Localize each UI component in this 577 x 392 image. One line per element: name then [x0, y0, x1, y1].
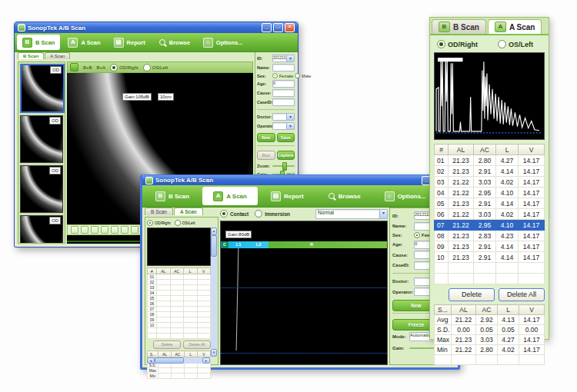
table-row[interactable]: 0121.232.804.2714.17: [435, 155, 545, 166]
table-row[interactable]: 0621.223.034.0214.17: [435, 209, 545, 220]
os-left-radio[interactable]: [175, 220, 181, 226]
chevron-down-icon[interactable]: ▾: [286, 55, 294, 61]
toolbar-bscan-button[interactable]: B B Scan: [145, 187, 200, 205]
toolbar-ascan-button[interactable]: A A Scan: [62, 35, 105, 50]
table-row[interactable]: 10: [148, 323, 211, 328]
delete-all-button[interactable]: Delete All: [183, 341, 211, 349]
table-row[interactable]: 0521.232.914.1414.17: [435, 198, 545, 209]
measure-tool-icon[interactable]: [71, 226, 78, 234]
toolbar-browse-button[interactable]: Browse: [317, 187, 372, 205]
table-row[interactable]: 09: [148, 317, 211, 323]
bscan-thumbnail[interactable]: 1 OD: [20, 64, 65, 113]
maximize-icon[interactable]: □: [273, 23, 283, 32]
contact-radio[interactable]: [220, 210, 228, 218]
os-left-radio[interactable]: [498, 40, 506, 48]
view-ba-label[interactable]: B+A: [97, 65, 106, 70]
table-row[interactable]: 06: [148, 301, 211, 307]
bscan-thumbnail[interactable]: 2 OD: [20, 115, 63, 163]
run-button[interactable]: Run: [257, 151, 275, 160]
doctor-combobox[interactable]: ▾: [272, 113, 295, 121]
delete-button[interactable]: Delete: [449, 288, 495, 301]
toolbar-options-button[interactable]: ☼ Options...: [374, 187, 437, 205]
ascan-results-panel: B B Scan A A Scan OD/Right OS/Left: [429, 17, 549, 340]
id-combobox[interactable]: 2012111050 ▾: [272, 55, 295, 62]
age-field[interactable]: 0: [272, 80, 295, 88]
table-row[interactable]: 0421.222.954.1014.17: [435, 188, 545, 198]
table-row[interactable]: 02: [148, 280, 211, 285]
minimize-icon[interactable]: _: [262, 23, 272, 32]
od-right-radio[interactable]: [147, 220, 153, 226]
main-toolbar: B B Scan A A Scan ▤ Report Browse ☼ Opti…: [142, 185, 458, 208]
save-button[interactable]: Save: [277, 133, 295, 142]
titlebar[interactable]: SonopTek A/B Scan _ □ ×: [15, 22, 298, 33]
close-icon[interactable]: ×: [285, 23, 295, 32]
measure-tool-icon[interactable]: [131, 226, 138, 234]
table-row[interactable]: 07: [148, 307, 211, 312]
measure-tool-icon[interactable]: [91, 226, 98, 234]
name-field[interactable]: [272, 64, 295, 71]
od-right-radio[interactable]: [110, 64, 118, 71]
os-left-radio[interactable]: [143, 64, 151, 71]
toolbar-report-button[interactable]: ▤ Report: [260, 187, 315, 205]
chevron-down-icon[interactable]: ▾: [379, 210, 387, 218]
bscan-thumbnail[interactable]: 3 OD: [20, 165, 63, 213]
immersion-radio[interactable]: [255, 210, 262, 218]
table-row[interactable]: 0921.232.914.1414.17: [435, 241, 545, 252]
tab-ascan[interactable]: A Scan: [174, 208, 203, 215]
view-bb-label[interactable]: B+B: [83, 65, 92, 70]
calibration-bar: [438, 58, 462, 61]
table-row[interactable]: 0221.232.914.1414.17: [435, 166, 545, 177]
titlebar[interactable]: SonopTek A/B Scan _ □ ×: [142, 175, 458, 185]
table-row[interactable]: 1021.232.914.1414.17: [435, 252, 545, 263]
toolbar-options-button[interactable]: ☼ Options...: [198, 35, 248, 50]
operator-combobox[interactable]: ▾: [272, 122, 295, 130]
toolbar-ascan-button[interactable]: A A Scan: [202, 187, 258, 205]
report-icon: ▤: [271, 191, 281, 201]
sex-female-radio[interactable]: [414, 232, 420, 238]
app-icon: [18, 24, 25, 32]
tab-bscan[interactable]: B B Scan: [432, 19, 486, 34]
gate-l2-marker: L2: [256, 241, 261, 248]
toolbar-bscan-button[interactable]: B B Scan: [17, 35, 60, 50]
sex-female-radio[interactable]: [272, 73, 278, 78]
gate-bar[interactable]: C L1L2 R: [221, 241, 387, 248]
zoom-slider[interactable]: [272, 165, 295, 167]
table-row[interactable]: 0321.223.034.0214.17: [435, 177, 545, 188]
chevron-down-icon[interactable]: ▾: [286, 114, 294, 120]
table-row[interactable]: 04: [148, 291, 211, 296]
tab-ascan[interactable]: A A Scan: [488, 19, 542, 34]
delete-button[interactable]: Delete: [153, 341, 181, 349]
cause-field[interactable]: [272, 89, 295, 97]
table-row[interactable]: 01: [148, 274, 211, 280]
tab-bscan[interactable]: B Scan: [18, 52, 44, 59]
delete-all-button[interactable]: Delete All: [499, 288, 545, 301]
toolbar-report-button[interactable]: ▤ Report: [108, 35, 151, 50]
bscan-thumbnail[interactable]: 4 OD: [20, 215, 63, 244]
measure-tool-icon[interactable]: [101, 226, 108, 234]
horizontal-scrollbar[interactable]: ◂ ▸: [147, 357, 210, 364]
od-right-radio[interactable]: [437, 40, 445, 48]
ascan-display[interactable]: Gain:80dB C L1L2 R: [220, 221, 388, 365]
toolbar-browse-button[interactable]: Browse: [153, 35, 195, 50]
window-title: SonopTek A/B Scan: [28, 25, 85, 32]
caseid-field[interactable]: [272, 98, 295, 106]
table-row[interactable]: 0821.232.834.2314.17: [435, 231, 545, 241]
capture-button[interactable]: Capture: [277, 151, 295, 160]
sex-male-radio[interactable]: [295, 73, 300, 78]
chevron-down-icon[interactable]: ▾: [286, 123, 294, 129]
table-row[interactable]: 05: [148, 296, 211, 301]
ascan-waveform[interactable]: [434, 52, 545, 140]
table-row[interactable]: 08: [148, 312, 211, 317]
vertical-scrollbar[interactable]: ▴ ▾: [211, 228, 217, 357]
measure-tool-icon[interactable]: [111, 226, 118, 234]
table-row-selected[interactable]: 0721.222.954.1014.17: [435, 220, 545, 231]
measure-tool-icon[interactable]: [121, 226, 128, 234]
freeze-indicator-icon[interactable]: [70, 63, 78, 71]
tab-ascan[interactable]: A Scan: [45, 52, 70, 59]
tab-bscan[interactable]: B Scan: [145, 208, 173, 215]
eye-badge: OD: [49, 217, 61, 224]
preset-dropdown[interactable]: Normal ▾: [315, 209, 388, 219]
table-row[interactable]: 03: [148, 285, 211, 291]
measure-tool-icon[interactable]: [81, 226, 88, 234]
new-button[interactable]: New: [257, 133, 275, 142]
